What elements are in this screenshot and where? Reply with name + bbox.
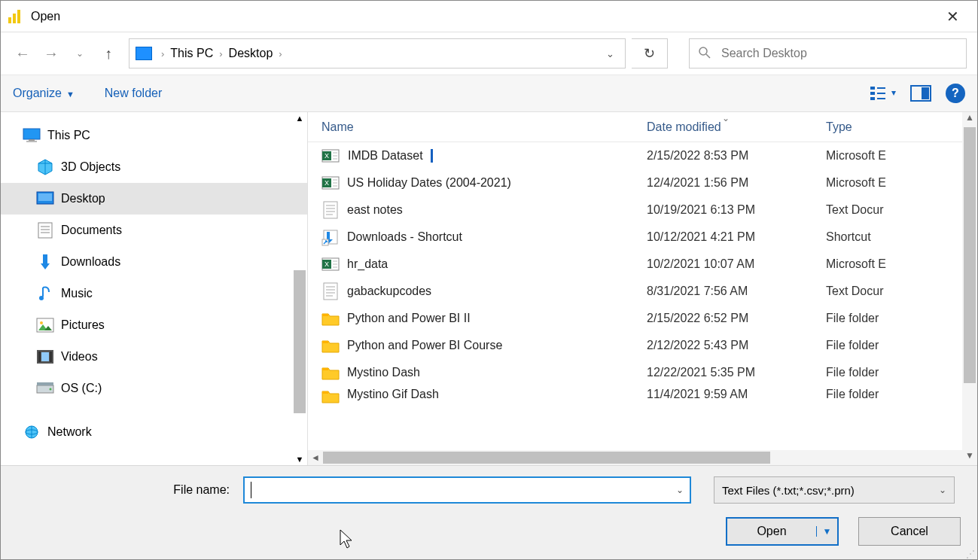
- svg-rect-5: [870, 87, 875, 90]
- svg-text:X: X: [324, 152, 329, 160]
- file-row[interactable]: gabackupcodes8/31/2021 7:56 AMText Docur: [308, 278, 977, 305]
- search-box[interactable]: [689, 38, 967, 68]
- close-button[interactable]: ✕: [935, 8, 970, 26]
- new-folder-button[interactable]: New folder: [105, 87, 162, 100]
- tree-item-documents[interactable]: Documents: [1, 215, 307, 246]
- filter-label: Text Files (*.txt;*.csv;*.prn): [722, 484, 855, 497]
- file-type: Text Docur: [826, 203, 977, 217]
- address-dropdown-icon[interactable]: ⌄: [602, 48, 619, 59]
- file-date: 12/4/2021 1:56 PM: [647, 176, 826, 190]
- file-date: 2/12/2022 5:43 PM: [647, 339, 826, 352]
- svg-rect-21: [38, 193, 52, 201]
- svg-point-3: [699, 47, 707, 55]
- filename-combobox[interactable]: ⌄: [243, 476, 691, 504]
- file-type-filter[interactable]: Text Files (*.txt;*.csv;*.prn) ⌄: [714, 476, 955, 504]
- file-row[interactable]: Python and Power BI II2/15/2022 6:52 PMF…: [308, 305, 977, 332]
- folder-tree[interactable]: This PC3D ObjectsDesktopDocumentsDownloa…: [1, 112, 308, 465]
- file-type: Microsoft E: [826, 149, 977, 163]
- open-button-label: Open: [727, 525, 816, 538]
- tree-item-label: Downloads: [61, 255, 120, 269]
- breadcrumb-desktop[interactable]: Desktop: [224, 47, 278, 60]
- file-type: Shortcut: [826, 230, 977, 244]
- desktop-location-icon: [136, 47, 152, 60]
- open-split-dropdown[interactable]: ▼: [816, 526, 837, 537]
- svg-rect-69: [324, 283, 337, 300]
- tree-item-label: Desktop: [61, 192, 105, 205]
- tree-item-label: Music: [61, 287, 93, 300]
- tree-scroll-thumb[interactable]: [294, 270, 306, 413]
- refresh-button[interactable]: ↻: [632, 38, 668, 68]
- file-date: 10/19/2021 6:13 PM: [647, 203, 826, 217]
- drive-icon: [37, 381, 53, 396]
- list-vscroll-thumb[interactable]: [964, 127, 976, 383]
- svg-text:X: X: [324, 260, 329, 268]
- svg-rect-27: [43, 254, 47, 263]
- column-headers: Name ⌄ Date modified Type: [308, 112, 977, 142]
- open-button[interactable]: Open ▼: [726, 517, 839, 546]
- file-date: 10/12/2021 4:21 PM: [647, 230, 826, 244]
- filename-input[interactable]: [254, 482, 676, 498]
- file-row[interactable]: XUS Holiday Dates (2004-2021)12/4/2021 1…: [308, 169, 977, 196]
- cancel-button[interactable]: Cancel: [858, 517, 961, 546]
- search-input[interactable]: [720, 46, 957, 61]
- tree-item-music[interactable]: Music: [1, 278, 307, 309]
- recent-dropdown[interactable]: ⌄: [69, 42, 91, 65]
- svg-rect-14: [23, 129, 40, 139]
- file-type: File folder: [826, 339, 977, 352]
- forward-button[interactable]: →: [40, 42, 62, 65]
- list-vscrollbar[interactable]: ▲ ▼: [962, 112, 977, 465]
- list-hscroll-thumb[interactable]: [323, 452, 770, 464]
- column-date[interactable]: ⌄ Date modified: [647, 120, 826, 134]
- file-row[interactable]: Mystino Gif Dash11/4/2021 9:59 AMFile fo…: [308, 386, 977, 404]
- filter-dropdown-icon[interactable]: ⌄: [939, 485, 946, 495]
- breadcrumb-this-pc[interactable]: This PC: [166, 47, 218, 60]
- organize-menu[interactable]: Organize▼: [13, 87, 75, 100]
- svg-rect-2: [17, 10, 20, 23]
- tree-item-3d-objects[interactable]: 3D Objects: [1, 151, 307, 183]
- address-bar[interactable]: › This PC › Desktop › ⌄: [129, 38, 626, 68]
- column-name[interactable]: Name: [321, 120, 647, 134]
- file-row[interactable]: Mystino Dash12/22/2021 5:35 PMFile folde…: [308, 359, 977, 386]
- tree-scrollbar[interactable]: ▲ ▼: [292, 112, 307, 465]
- tree-item-pictures[interactable]: Pictures: [1, 309, 307, 341]
- scroll-left-icon[interactable]: ◄: [308, 452, 323, 463]
- filename-dropdown-icon[interactable]: ⌄: [676, 485, 684, 495]
- column-type[interactable]: Type: [826, 120, 977, 134]
- file-row[interactable]: east notes10/19/2021 6:13 PMText Docur: [308, 196, 977, 224]
- file-date: 2/15/2022 8:53 PM: [647, 149, 826, 163]
- list-hscrollbar[interactable]: ◄ ►: [308, 450, 977, 465]
- tree-item-this-pc[interactable]: This PC: [1, 120, 307, 151]
- svg-rect-7: [870, 97, 875, 100]
- resize-grip-icon[interactable]: ⋰: [966, 551, 975, 557]
- file-rows[interactable]: XIMDB Dataset2/15/2022 8:53 PMMicrosoft …: [308, 142, 977, 450]
- file-name: hr_data: [347, 257, 647, 271]
- view-options-button[interactable]: [870, 87, 896, 100]
- tree-item-desktop[interactable]: Desktop: [1, 183, 307, 215]
- nav-row: ← → ⌄ ↑ › This PC › Desktop › ⌄ ↻: [1, 32, 977, 75]
- tree-item-label: 3D Objects: [61, 160, 120, 174]
- scroll-up-icon[interactable]: ▲: [292, 114, 307, 123]
- up-button[interactable]: ↑: [97, 42, 120, 65]
- breadcrumb-sep-icon: ›: [160, 48, 166, 59]
- svg-marker-11: [891, 91, 896, 96]
- scroll-down-icon[interactable]: ▼: [292, 455, 307, 464]
- file-type: Microsoft E: [826, 176, 977, 190]
- svg-rect-0: [8, 17, 11, 23]
- tree-item-os-c-[interactable]: OS (C:): [1, 373, 307, 404]
- help-button[interactable]: ?: [946, 84, 965, 103]
- file-date: 12/22/2021 5:35 PM: [647, 366, 826, 379]
- scroll-down-icon[interactable]: ▼: [962, 450, 977, 465]
- file-row[interactable]: Downloads - Shortcut10/12/2021 4:21 PMSh…: [308, 224, 977, 251]
- tree-item-network[interactable]: Network: [1, 416, 307, 448]
- svg-rect-13: [922, 87, 929, 99]
- file-type: Text Docur: [826, 285, 977, 298]
- preview-pane-button[interactable]: [911, 86, 931, 101]
- file-row[interactable]: Xhr_data10/2/2021 10:07 AMMicrosoft E: [308, 251, 977, 278]
- file-row[interactable]: Python and Power BI Course2/12/2022 5:43…: [308, 332, 977, 359]
- file-date: 2/15/2022 6:52 PM: [647, 312, 826, 325]
- back-button[interactable]: ←: [11, 42, 34, 65]
- file-row[interactable]: XIMDB Dataset2/15/2022 8:53 PMMicrosoft …: [308, 142, 977, 169]
- tree-item-downloads[interactable]: Downloads: [1, 246, 307, 278]
- tree-item-videos[interactable]: Videos: [1, 341, 307, 373]
- scroll-up-icon[interactable]: ▲: [962, 112, 977, 127]
